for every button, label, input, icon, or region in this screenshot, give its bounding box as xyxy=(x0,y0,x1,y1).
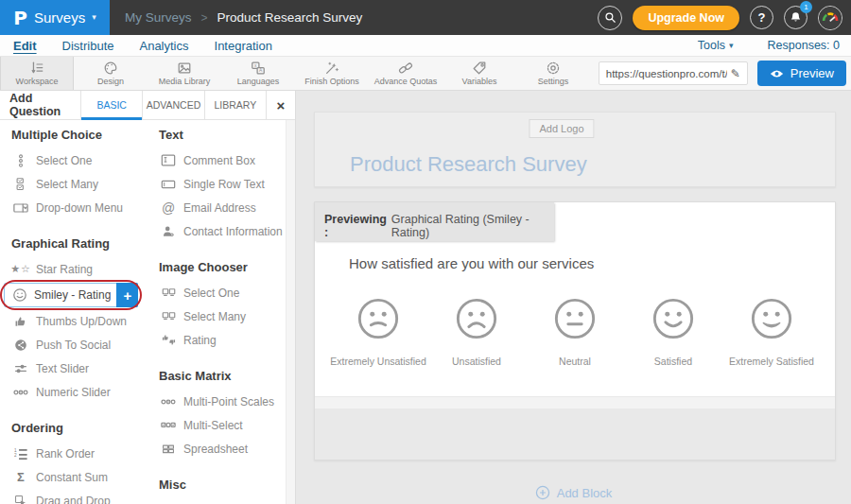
toolbar-design-button[interactable]: Design xyxy=(74,57,148,90)
toolbar-variables-button[interactable]: Variables xyxy=(443,57,516,90)
breadcrumb-current-survey: Product Research Survey xyxy=(217,10,363,25)
sidebar-item-select-many[interactable]: Select Many xyxy=(159,304,286,328)
menu-right: Tools ▾ Responses: 0 xyxy=(698,39,851,52)
sidebar-item-rank-order[interactable]: 12 Rank Order xyxy=(11,442,148,465)
menubar-tab-integration[interactable]: Integration xyxy=(215,39,272,53)
search-icon xyxy=(604,11,617,24)
smiley-option-extremely-unsatisfied[interactable]: Extremely Unsatisfied xyxy=(329,297,427,367)
sidebar-item-thumbs-up-down[interactable]: Thumbs Up/Down xyxy=(11,309,148,333)
add-question-panel: Add Question BASICADVANCEDLIBRARY × Mult… xyxy=(0,91,296,504)
sidebar-item-label: Multi-Point Scales xyxy=(183,395,274,408)
breadcrumb: My Surveys > Product Research Survey xyxy=(125,10,362,25)
breadcrumb-separator-icon: > xyxy=(201,11,208,25)
sidebar-item-numeric-slider[interactable]: Numeric Slider xyxy=(11,380,148,404)
toolbar-right: ✎ Preview xyxy=(599,57,851,90)
sidebar-item-multi-point-scales[interactable]: Multi-Point Scales xyxy=(159,390,286,413)
smiley-frown-slight-icon xyxy=(356,297,400,340)
upgrade-now-button[interactable]: Upgrade Now xyxy=(633,6,739,30)
sidebar-item-star-rating[interactable]: ★☆ Star Rating xyxy=(11,257,148,281)
menu-tabs: EditDistributeAnalyticsIntegration xyxy=(0,39,272,53)
sidebar-item-select-many[interactable]: Select Many xyxy=(11,172,148,196)
smiley-option-satisfied[interactable]: Satisfied xyxy=(624,297,722,367)
breadcrumb-my-surveys[interactable]: My Surveys xyxy=(125,10,192,25)
sidebar-item-label: Single Row Text xyxy=(183,178,265,191)
tools-dropdown[interactable]: Tools ▾ xyxy=(698,39,734,52)
survey-canvas: Add Logo Product Research Survey Preview… xyxy=(296,91,851,504)
sidebar-item-single-row-text[interactable]: Single Row Text xyxy=(159,172,286,196)
spreadsheet-icon xyxy=(159,443,178,456)
product-switcher[interactable]: P Surveys ▾ xyxy=(0,0,110,35)
sidebar-item-label: Email Address xyxy=(183,201,256,215)
sidebar-item-comment-box[interactable]: Comment Box xyxy=(159,148,286,172)
search-button[interactable] xyxy=(598,6,622,30)
block-footer xyxy=(315,396,835,460)
close-panel-button[interactable]: × xyxy=(267,91,295,119)
edit-url-pencil-icon[interactable]: ✎ xyxy=(731,67,740,80)
sum-icon: Σ xyxy=(11,471,30,483)
sidebar-item-contact-information[interactable]: Contact Information xyxy=(159,219,286,243)
survey-url-input[interactable] xyxy=(606,68,727,79)
preview-button[interactable]: Preview xyxy=(757,61,846,86)
menubar-tab-distribute[interactable]: Distribute xyxy=(62,39,114,53)
sidebar-item-label: Push To Social xyxy=(36,339,111,352)
survey-title[interactable]: Product Research Survey xyxy=(350,152,587,177)
share-icon xyxy=(11,339,30,352)
menubar-tab-analytics[interactable]: Analytics xyxy=(139,39,188,53)
smiley-face-icon xyxy=(10,287,29,303)
smiley-option-extremely-satisfied[interactable]: Extremely Satisfied xyxy=(722,297,821,367)
section-heading-misc: Misc xyxy=(159,478,286,494)
sidebar-item-text-slider[interactable]: Text Slider xyxy=(11,356,148,380)
sidebar-item-label: Multi-Select xyxy=(183,419,243,432)
toolbar-finish-options-button[interactable]: Finish Options xyxy=(295,57,369,90)
smiley-neutral-icon xyxy=(553,297,597,340)
sidebar-item-rating[interactable]: Rating xyxy=(159,328,286,352)
question-tab-library[interactable]: LIBRARY xyxy=(205,91,267,119)
sidebar-item-push-to-social[interactable]: Push To Social xyxy=(11,333,148,356)
workspace-icon xyxy=(29,61,44,76)
toolbar-label: Advance Quotas xyxy=(374,77,438,86)
sidebar-item-drop-down-menu[interactable]: Drop-down Menu xyxy=(11,196,148,219)
sidebar-item-label: Rating xyxy=(183,334,217,347)
question-tab-advanced[interactable]: ADVANCED xyxy=(143,91,204,119)
toolbar-media-library-button[interactable]: Media Library xyxy=(148,57,221,90)
sidebar-item-drag-and-drop[interactable]: Drag and Drop xyxy=(11,489,148,504)
previewing-value: Graphical Rating (Smiley - Rating) xyxy=(391,213,554,239)
notifications-button[interactable]: 1 xyxy=(784,6,808,29)
sidebar-item-email-address[interactable]: @ Email Address xyxy=(159,196,286,219)
multiselect-icon xyxy=(159,418,178,433)
sidebar-item-spreadsheet[interactable]: Spreadsheet xyxy=(159,437,286,461)
add-smiley-question-button[interactable]: + xyxy=(116,283,138,307)
smiley-frown-icon xyxy=(455,297,498,340)
menubar-tab-edit[interactable]: Edit xyxy=(13,39,37,53)
survey-url-field[interactable]: ✎ xyxy=(599,61,748,85)
user-avatar[interactable] xyxy=(818,6,842,30)
sidebar-item-smiley-rating[interactable]: Smiley - Rating + xyxy=(11,281,148,309)
smiley-option-neutral[interactable]: Neutral xyxy=(526,297,624,367)
bell-icon xyxy=(790,11,802,24)
star-icon: ★☆ xyxy=(11,264,30,274)
toolbar-workspace-button[interactable]: Workspace xyxy=(0,57,74,90)
question-tab-basic[interactable]: BASIC xyxy=(81,91,143,119)
image-select-icon xyxy=(159,309,178,323)
add-logo-button[interactable]: Add Logo xyxy=(529,119,594,138)
add-block-button[interactable]: Add Block xyxy=(296,485,851,500)
sidebar-item-multi-select[interactable]: Multi-Select xyxy=(159,413,286,437)
help-button[interactable]: ? xyxy=(750,6,773,29)
sidebar-scrollbar[interactable] xyxy=(286,120,295,504)
block-footer-area xyxy=(315,408,835,460)
toolbar-advance-quotas-button[interactable]: Advance Quotas xyxy=(369,57,443,90)
sidebar-item-constant-sum[interactable]: Σ Constant Sum xyxy=(11,465,148,489)
toolbar-settings-button[interactable]: Settings xyxy=(516,57,590,90)
question-text[interactable]: How satisfied are you with our services xyxy=(349,255,594,271)
numeric-slider-icon xyxy=(11,385,30,400)
sidebar-item-select-one[interactable]: Select One xyxy=(11,148,148,172)
sidebar-item-label: Constant Sum xyxy=(36,471,108,484)
block-footer-strip xyxy=(315,396,835,408)
toolbar-languages-button[interactable]: xA Languages xyxy=(221,57,295,90)
smiley-option-label: Extremely Unsatisfied xyxy=(330,356,426,367)
plus-circle-icon xyxy=(535,485,550,500)
sidebar-item-select-one[interactable]: Select One xyxy=(159,281,286,304)
sidebar-item-label: Star Rating xyxy=(36,263,93,276)
smiley-option-unsatisfied[interactable]: Unsatisfied xyxy=(427,297,526,367)
settings-icon xyxy=(546,61,561,76)
